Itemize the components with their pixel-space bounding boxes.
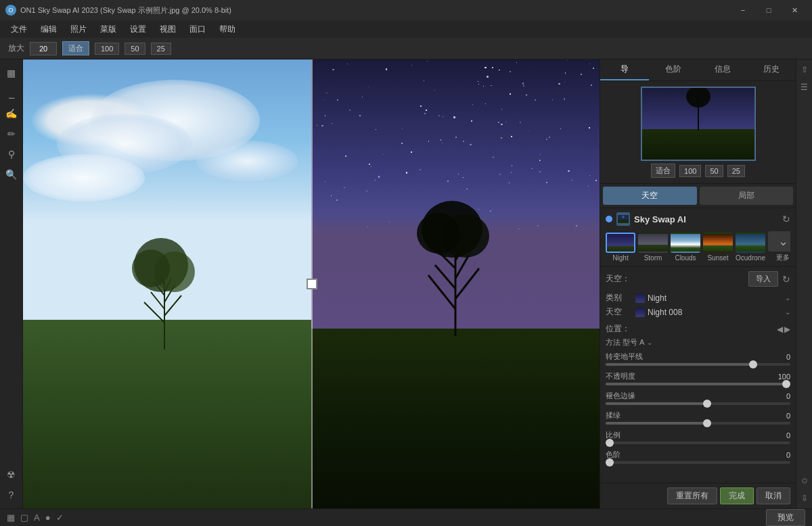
crop-tool[interactable]: ▦: [3, 65, 20, 81]
zoom-input[interactable]: [30, 42, 57, 55]
thumb-100[interactable]: 100: [679, 165, 701, 177]
tone-track[interactable]: [606, 461, 790, 464]
thumb-ground: [642, 129, 754, 160]
canvas-divider[interactable]: [311, 59, 313, 508]
transition-thumb[interactable]: [749, 360, 757, 368]
edge-icon-mid[interactable]: ✩: [798, 473, 811, 488]
zoom-tool[interactable]: 🔍: [3, 166, 20, 183]
menu-layer[interactable]: 菜版: [95, 22, 122, 37]
zoom-50-button[interactable]: 50: [125, 43, 145, 55]
blend-thumb[interactable]: [703, 419, 711, 427]
preset-more[interactable]: ⌄ 更多: [768, 231, 790, 262]
preset-storm[interactable]: Storm: [638, 233, 668, 262]
adjust-tool[interactable]: ⎯: [3, 85, 20, 101]
thumb-50[interactable]: 50: [705, 165, 723, 177]
reset-all-button[interactable]: 重置所有: [667, 487, 717, 504]
sky-import-row: 天空： 导入 ↻: [606, 271, 790, 287]
category-arrow[interactable]: ⌄: [785, 294, 790, 302]
menu-settings[interactable]: 设置: [125, 22, 152, 37]
sky-settings: 天空： 导入 ↻ 类别 Night ⌄ 天空 Night 008 ⌄: [600, 267, 796, 483]
arrow-left[interactable]: ◀: [777, 325, 783, 334]
main-content: ▦ ⎯ ✍ ✏ ⚲ 🔍 ☢ ?: [0, 59, 812, 508]
tab-history[interactable]: 历史: [747, 59, 796, 80]
tab-levels[interactable]: 色阶: [649, 59, 698, 80]
window-controls[interactable]: − □ ✕: [731, 0, 807, 20]
close-button[interactable]: ✕: [782, 0, 807, 20]
menu-photo[interactable]: 照片: [65, 22, 92, 37]
tab-info[interactable]: 信息: [698, 59, 747, 80]
opacity-track[interactable]: [606, 383, 790, 385]
menu-edit[interactable]: 编辑: [35, 22, 62, 37]
menu-view[interactable]: 视图: [154, 22, 181, 37]
scale-track[interactable]: [606, 441, 790, 444]
preset-clouds[interactable]: Clouds: [671, 233, 700, 262]
blend-label-row: 揉绿 0: [606, 410, 790, 421]
menu-help[interactable]: 帮助: [214, 22, 241, 37]
reset-sky-button[interactable]: ↻: [782, 274, 790, 285]
bottom-tool-1[interactable]: ▦: [7, 512, 15, 523]
transition-fill: [606, 363, 753, 366]
preset-sunset[interactable]: Sunset: [703, 233, 733, 262]
preview-button[interactable]: 预览: [766, 509, 805, 526]
edge-icon-nav[interactable]: ☰: [798, 80, 811, 95]
arrow-right[interactable]: ▶: [784, 325, 790, 334]
transition-track[interactable]: [606, 363, 790, 366]
preset-storm-img: [638, 233, 668, 253]
category-value: Night: [648, 293, 782, 303]
defocus-label-row: 褪色边缘 0: [606, 391, 790, 401]
edge-icon-bot[interactable]: ⇩: [798, 491, 811, 506]
erase-tool[interactable]: ✏: [3, 126, 20, 142]
sky-swap-icon: [616, 212, 630, 226]
reset-sky-swap[interactable]: ↻: [782, 214, 790, 224]
bottom-tool-5[interactable]: ✓: [56, 512, 64, 523]
thumb-fit[interactable]: 适合: [651, 164, 675, 178]
edge-icon-top[interactable]: ⇧: [798, 62, 811, 77]
blend-track[interactable]: [606, 422, 790, 425]
sky-arrow[interactable]: ⌄: [785, 308, 790, 316]
thumb-25[interactable]: 25: [727, 165, 745, 177]
defocus-track[interactable]: [606, 402, 790, 405]
position-label: 位置：: [606, 323, 630, 335]
opacity-thumb[interactable]: [782, 380, 790, 388]
preset-more-btn[interactable]: ⌄: [768, 231, 790, 252]
svg-point-24: [686, 87, 710, 107]
bottom-tool-2[interactable]: ▢: [20, 512, 28, 523]
scale-thumb[interactable]: [606, 439, 614, 447]
fit-button[interactable]: 适合: [62, 41, 89, 55]
hand-tool[interactable]: ☢: [3, 467, 20, 483]
opacity-fill: [606, 383, 790, 385]
tab-sky[interactable]: 天空: [603, 187, 697, 205]
menu-window[interactable]: 面口: [184, 22, 211, 37]
svg-point-10: [132, 249, 170, 287]
help-tool[interactable]: ?: [3, 487, 20, 503]
complete-button[interactable]: 完成: [720, 487, 754, 504]
menu-file[interactable]: 文件: [5, 22, 32, 37]
tab-guide[interactable]: 导: [600, 59, 649, 80]
minimize-button[interactable]: −: [731, 0, 755, 20]
divider-handle[interactable]: [307, 279, 317, 289]
zoom-25-button[interactable]: 25: [151, 43, 171, 55]
preset-night[interactable]: Night: [606, 233, 635, 262]
method-label: 方法 型号 A: [606, 337, 644, 348]
svg-rect-26: [618, 220, 629, 223]
scale-value: 0: [786, 431, 790, 439]
bottom-tool-4[interactable]: ●: [45, 512, 51, 523]
zoom-100-button[interactable]: 100: [95, 43, 119, 55]
preset-ocudrone[interactable]: Ocudrone: [736, 233, 765, 262]
brush-tool[interactable]: ✍: [3, 105, 20, 122]
blend-value: 0: [786, 412, 790, 420]
category-label: 类别: [606, 292, 633, 304]
defocus-thumb[interactable]: [703, 400, 711, 408]
method-caret[interactable]: ⌄: [647, 339, 652, 346]
preset-clouds-img: [671, 233, 700, 253]
category-row: 类别 Night ⌄: [606, 292, 790, 304]
retouch-tool[interactable]: ⚲: [3, 146, 20, 162]
bottom-tool-3[interactable]: A: [34, 512, 40, 523]
maximize-button[interactable]: □: [757, 0, 781, 20]
cancel-button[interactable]: 取消: [757, 487, 790, 504]
left-toolbar: ▦ ⎯ ✍ ✏ ⚲ 🔍 ☢ ?: [0, 59, 23, 508]
import-button[interactable]: 导入: [748, 271, 778, 287]
tab-local[interactable]: 局部: [700, 187, 794, 205]
tone-thumb[interactable]: [606, 458, 614, 467]
sky-presets: Night Storm Clouds Sunset Ocudrone: [606, 231, 790, 262]
